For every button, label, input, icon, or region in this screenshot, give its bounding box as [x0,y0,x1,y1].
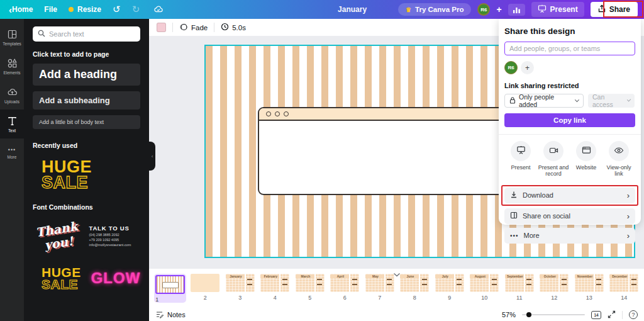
link-sharing-label: Link sharing restricted [504,82,635,89]
sidebar-item-text[interactable]: Text [0,110,24,138]
chevron-right-icon: › [627,211,630,221]
quick-action-label: Present [511,164,530,171]
sidebar-item-elements[interactable]: Elements [0,52,24,81]
view-only-link-icon [614,145,624,157]
present-button[interactable]: Present [531,2,584,17]
bar-chart-icon [513,6,521,14]
sidebar-item-more[interactable]: ••• More [0,138,24,167]
font-combo-glow[interactable]: GLOW [91,269,141,287]
search-icon [38,28,45,40]
add-person-button[interactable]: + [521,61,534,74]
fullscreen-icon[interactable] [608,310,616,320]
thumbnail-image: December [609,274,638,292]
try-canva-pro-button[interactable]: ♛ Try Canva Pro [398,3,471,16]
window-dot-icon [284,111,289,116]
search-input[interactable] [49,30,131,38]
page-number: 10 [481,295,487,301]
notes-label: Notes [167,311,186,318]
page-thumbnail-13[interactable]: November 13 [572,274,607,303]
quick-action-website[interactable]: Website [570,141,602,177]
permission-dropdown[interactable]: Can access [588,94,635,108]
resize-button[interactable]: Resize [69,5,101,14]
font-combo-thank-you[interactable]: Thank you! TALK TO US (04) 298 3885 2092… [33,222,140,250]
panel-hint: Click text to add to page [33,50,140,58]
insights-button[interactable] [508,4,525,16]
add-subheading-button[interactable]: Add a subheading [33,91,140,110]
duration-button[interactable]: 5.0s [221,23,246,32]
page-thumbnail-10[interactable]: August 10 [467,274,502,303]
search-box[interactable] [33,26,140,42]
avatar[interactable]: R6 [477,3,490,16]
month-label: October [540,274,560,278]
thumbnail-image: June [400,274,429,292]
more-row[interactable]: ••• More › [504,228,635,244]
document-title[interactable]: January [338,5,367,14]
add-body-text-button[interactable]: Add a little bit of body text [33,115,140,129]
add-heading-button[interactable]: Add a heading [33,64,140,86]
row-label: Download [523,191,553,199]
collapse-thumbnails-button[interactable] [393,268,401,279]
background-color-swatch[interactable] [157,23,166,32]
access-dropdown[interactable]: Only people added [504,94,584,108]
email-line: info@mollysrestaurant.com [89,243,140,247]
sale-outline-text: SALE [42,175,140,191]
notes-button[interactable]: Notes [155,310,186,320]
file-menu-button[interactable]: File [44,5,57,14]
quick-action-view-only-link[interactable]: View-only link [602,141,635,177]
share-on-social-row[interactable]: Share on social › [504,208,635,224]
page-thumbnail-9[interactable]: July 9 [432,274,467,303]
page-thumbnail-4[interactable]: February 4 [258,274,293,303]
quick-action-present[interactable]: Present [504,141,537,177]
avatar[interactable]: R6 [504,61,518,74]
page-thumbnail-7[interactable]: May 7 [362,274,397,303]
access-dropdown-value: Only people added [519,93,569,108]
divider [214,23,214,32]
thumbnail-image [191,274,219,292]
page-thumbnail-8[interactable]: June 8 [397,274,433,303]
page-thumbnail-6[interactable]: April 6 [328,274,363,303]
grid-view-icon[interactable]: 14 [591,311,601,319]
undo-icon[interactable]: ↺ [113,4,121,15]
add-member-icon[interactable]: + [496,4,501,14]
month-label: June [400,274,420,278]
download-icon [510,191,518,200]
status-bar: Notes 57% 14 ? [149,308,644,321]
social-grid-icon [510,211,518,220]
more-dots-icon: ••• [8,147,16,153]
zoom-slider[interactable] [522,314,585,315]
sidebar-item-templates[interactable]: Templates [0,23,24,52]
sidebar-item-label: More [8,155,17,159]
month-label: December [609,274,630,278]
month-label: September [505,274,525,278]
try-pro-label: Try Canva Pro [415,6,464,13]
redo-icon[interactable]: ↻ [132,4,140,15]
copy-link-button[interactable]: Copy link [504,113,635,127]
share-button[interactable]: Share [591,2,638,17]
sidebar-item-label: Uploads [4,99,19,104]
quick-action-present-and-record[interactable]: Present and record [537,141,570,177]
add-people-input[interactable] [504,42,635,55]
thumbnail-image: October [540,274,569,292]
panel-collapse-handle[interactable]: ‹ [149,142,155,171]
page-thumbnail-1[interactable]: 1 [153,274,188,303]
zoom-slider-knob[interactable] [526,312,531,317]
download-row[interactable]: Download › [504,188,635,203]
page-thumbnail-2[interactable]: 2 [188,274,223,303]
page-thumbnail-11[interactable]: September 11 [502,274,537,303]
present-icon [516,145,526,157]
font-combinations-label: Font Combinations [33,203,140,211]
recent-text-huge-sale[interactable]: HUGE SALE [42,159,140,191]
help-icon[interactable]: ? [629,310,638,319]
page-thumbnail-14[interactable]: December 14 [607,274,642,303]
page-thumbnail-3[interactable]: January 3 [223,274,258,303]
home-button[interactable]: ‹ Home [9,4,33,15]
page-number: 13 [586,295,592,301]
sidebar-item-uploads[interactable]: Uploads [0,81,24,110]
pro-dot-icon [69,7,74,12]
font-combo-huge-sale[interactable]: HUGE SALE [42,266,81,291]
page-thumbnail-12[interactable]: October 12 [537,274,572,303]
present-icon [538,4,547,14]
transition-button[interactable]: Fade [179,23,208,33]
thumbnail-image [155,275,185,294]
page-thumbnail-5[interactable]: March 5 [292,274,328,303]
